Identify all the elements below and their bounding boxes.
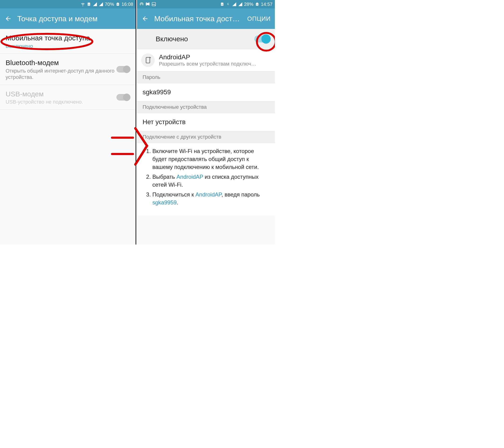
instruction-ap-link: AndroidAP [196, 191, 222, 198]
hotspot-ap-name: AndroidAP [159, 54, 269, 61]
screen-hotspot-detail: 1 E 28% 14:57 Мобильная точка дост… ОПЦИ… [137, 0, 275, 245]
status-bar: 1 E 28% 14:57 [137, 0, 275, 8]
connected-devices: Нет устройств [137, 113, 275, 131]
clock: 14:57 [261, 2, 272, 7]
settings-list: Мобильная точка доступа Выключено Blueto… [0, 29, 136, 110]
hotspot-master-switch-row[interactable]: Включено [137, 29, 275, 49]
hotspot-active-icon [139, 2, 144, 6]
mobile-hotspot-state: Выключено [6, 43, 130, 50]
usb-tether-row: USB-модем USB-устройство не подключено. [0, 85, 136, 110]
hotspot-password[interactable]: sgka9959 [137, 83, 275, 101]
screen-title: Мобильная точка дост… [154, 15, 242, 23]
section-howto: Подключение с других устройств [137, 131, 275, 143]
bluetooth-tether-title: Bluetooth-модем [6, 58, 116, 67]
battery-percent: 70% [105, 2, 114, 7]
mobile-hotspot-title: Мобильная точка доступа [6, 34, 130, 42]
signal-icon [93, 2, 97, 6]
usb-tether-toggle [116, 94, 130, 101]
clock: 16:08 [122, 2, 133, 7]
usb-tether-title: USB-модем [6, 90, 116, 98]
app-bar: Мобильная точка дост… ОПЦИИ [137, 8, 275, 29]
hotspot-device-icon [141, 54, 155, 67]
svg-rect-3 [117, 2, 119, 3]
instruction-step-1: Включите Wi-Fi на устройстве, которое бу… [152, 147, 269, 171]
back-button[interactable] [4, 15, 12, 23]
network-type-icon: E [226, 2, 231, 6]
bluetooth-tether-row[interactable]: Bluetooth-модем Открыть общий интернет-д… [0, 54, 136, 85]
dropbox-icon [145, 2, 150, 6]
battery-charging-icon [115, 2, 120, 6]
hotspot-ap-sub: Разрешить всем устройствам подключ… [159, 61, 269, 67]
instruction-password-link: sgka9959 [152, 199, 177, 206]
svg-rect-8 [257, 2, 258, 3]
mobile-hotspot-row[interactable]: Мобильная точка доступа Выключено [0, 29, 136, 54]
bluetooth-tether-toggle[interactable] [116, 66, 130, 72]
gallery-icon [151, 2, 156, 6]
svg-text:1: 1 [88, 3, 89, 6]
status-bar: 1 70% 16:08 [0, 0, 136, 8]
bluetooth-tether-sub: Открыть общий интернет-доступ для данног… [6, 68, 116, 80]
instruction-step-2: Выбрать AndroidAP из списка доступных се… [152, 173, 269, 189]
hotspot-master-toggle[interactable] [254, 36, 269, 42]
signal-icon-2 [238, 2, 243, 6]
screen-tethering: 1 70% 16:08 Точка доступа и модем Мобиль… [0, 0, 136, 245]
screen-title: Точка доступа и модем [17, 15, 131, 23]
section-connected: Подключенные устройства [137, 101, 275, 113]
svg-rect-9 [146, 57, 150, 63]
battery-charging-icon [255, 2, 259, 6]
app-bar: Точка доступа и модем [0, 8, 136, 29]
wifi-icon [80, 2, 85, 6]
hotspot-master-label: Включено [143, 35, 254, 43]
options-button[interactable]: ОПЦИИ [247, 15, 271, 22]
battery-percent: 28% [244, 2, 253, 7]
instruction-ap-link: AndroidAP [176, 174, 203, 180]
section-password: Пароль [137, 72, 275, 83]
svg-text:1: 1 [221, 3, 223, 6]
usb-tether-sub: USB-устройство не подключено. [6, 99, 116, 105]
signal-icon [232, 2, 237, 6]
sim-icon: 1 [220, 2, 224, 6]
svg-rect-4 [152, 2, 156, 6]
sim-icon: 1 [87, 2, 91, 6]
connection-instructions: Включите Wi-Fi на устройстве, которое бу… [137, 143, 275, 215]
back-button[interactable] [141, 15, 149, 23]
hotspot-ap-row[interactable]: AndroidAP Разрешить всем устройствам под… [137, 49, 275, 72]
instruction-step-3: Подключиться к AndroidAP, введя пароль s… [152, 191, 269, 207]
signal-icon-2 [99, 2, 103, 6]
